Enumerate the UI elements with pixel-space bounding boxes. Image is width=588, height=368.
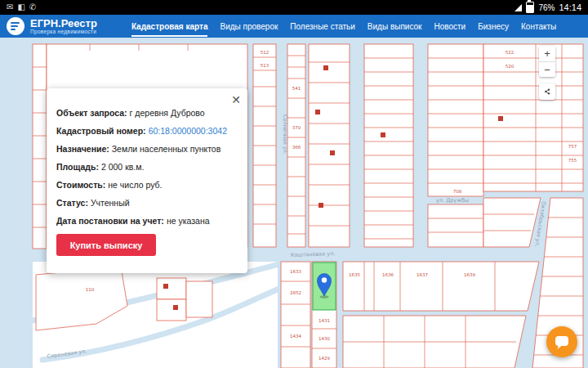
nav-contacts[interactable]: Контакты [521, 16, 556, 37]
parcel-number: 520 [506, 64, 514, 69]
parcel-number: 541 [292, 86, 301, 91]
info-row: Площадь:2 000 кв.м. [56, 162, 238, 172]
field-label: Площадь: [56, 162, 99, 172]
parcel-number: 2852 [290, 290, 301, 295]
parcel-number: 1434 [290, 334, 301, 339]
parcel-info-card: ✕ Объект запроса:г деревня Дуброво Кадас… [47, 88, 247, 273]
battery-percent: 76% [538, 3, 555, 12]
app-screen: ✉ ◧ ✆ 76% 14:14 ЕГРН.Реестр Проверка нед… [0, 0, 588, 368]
parcel-number: 1639 [464, 272, 475, 277]
field-label: Стоимость: [56, 180, 105, 190]
site-header: ЕГРН.Реестр Проверка недвижимости Кадаст… [0, 15, 588, 38]
mail-notification-icon: ✉ [7, 0, 13, 15]
parcel-number: 1636 [382, 272, 394, 277]
egrn-logo-icon[interactable] [7, 17, 24, 35]
share-button[interactable] [539, 83, 555, 100]
parcel-number: 755 [568, 158, 577, 163]
field-value: Земли населенных пунктов [112, 144, 221, 154]
clock: 14:14 [559, 2, 581, 12]
cadastral-number-link[interactable]: 60:18:0000000:3042 [149, 126, 227, 136]
battery-icon [526, 2, 534, 13]
field-label: Объект запроса: [56, 108, 127, 118]
status-bar: ✉ ◧ ✆ 76% 14:14 [0, 0, 588, 15]
share-icon [544, 87, 550, 96]
main-nav: Кадастровая карта Виды проверок Полезные… [131, 16, 556, 37]
field-value: не число руб. [108, 180, 162, 190]
field-label: Кадастровый номер: [56, 126, 146, 136]
chat-fab-button[interactable] [546, 326, 577, 357]
parcel-number: 512 [261, 50, 270, 55]
field-label: Статус: [56, 198, 88, 208]
parcel-number: 513 [261, 63, 270, 68]
field-value: 2 000 кв.м. [101, 162, 144, 172]
zoom-controls: + − [539, 46, 555, 77]
zoom-out-button[interactable]: − [539, 61, 555, 77]
status-indicators: 76% 14:14 [514, 2, 581, 13]
nav-statement-types[interactable]: Виды выписок [368, 16, 422, 37]
street-label: Солнечная ул. [282, 114, 288, 155]
parcel-number: 370 [292, 125, 301, 130]
site-subtitle: Проверка недвижимости [30, 29, 97, 34]
nav-news[interactable]: Новости [434, 16, 466, 37]
parcel-number: 522 [506, 50, 514, 55]
close-icon[interactable]: ✕ [229, 92, 243, 108]
parcel-number: 366 [292, 145, 301, 150]
info-row: Кадастровый номер:60:18:0000000:3042 [56, 126, 238, 136]
info-row: Стоимость:не число руб. [56, 180, 238, 190]
chat-bubble-icon [554, 334, 570, 350]
parcel-number: 1431 [318, 318, 330, 323]
street-label: ул. Дружбы [436, 197, 469, 204]
signal-icon [514, 4, 522, 11]
info-row: Дата постановки на учет:не указана [56, 216, 238, 226]
nav-check-types[interactable]: Виды проверок [220, 16, 278, 37]
parcel-number: 1637 [416, 272, 428, 277]
parcel-number: 757 [568, 144, 577, 149]
site-title: ЕГРН.Реестр [30, 18, 97, 29]
field-label: Назначение: [56, 144, 109, 154]
field-value: Учтенный [91, 198, 130, 208]
parcel-number: 1430 [318, 336, 330, 341]
map-area: Каштановая ул. Солнечная ул. Сиреневая у… [0, 38, 588, 368]
field-label: Дата постановки на учет: [56, 216, 164, 226]
nav-cadastral-map[interactable]: Кадастровая карта [131, 16, 208, 37]
parcel-number: 1429 [318, 356, 330, 361]
notification-icons: ✉ ◧ ✆ [7, 0, 36, 15]
info-row: Статус:Учтенный [56, 198, 238, 208]
parcel-number: 1635 [349, 272, 360, 277]
parcel-number: 1633 [290, 269, 301, 274]
zoom-in-button[interactable]: + [539, 46, 555, 61]
call-notification-icon: ✆ [29, 0, 36, 15]
field-value: г деревня Дуброво [130, 108, 205, 118]
parcel-number: 110 [86, 287, 95, 292]
info-row: Назначение:Земли населенных пунктов [56, 144, 238, 154]
info-row: Объект запроса:г деревня Дуброво [56, 108, 238, 118]
app-notification-icon: ◧ [17, 0, 24, 15]
field-value: не указана [167, 216, 210, 226]
parcel-number: 708 [453, 189, 462, 194]
nav-articles[interactable]: Полезные статьи [290, 16, 355, 37]
buy-statement-button[interactable]: Купить выписку [56, 234, 156, 256]
nav-business[interactable]: Бизнесу [478, 16, 509, 37]
brand-block[interactable]: ЕГРН.Реестр Проверка недвижимости [30, 18, 97, 34]
